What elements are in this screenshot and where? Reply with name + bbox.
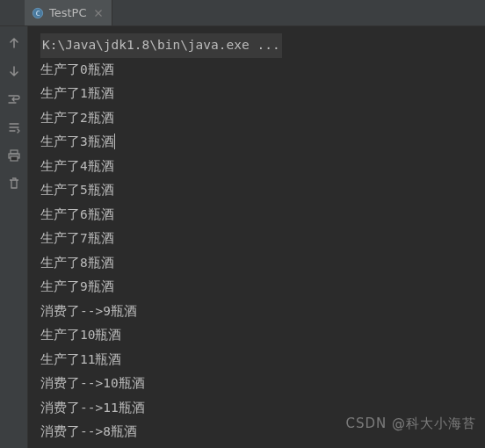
console-line: 生产了1瓶酒	[40, 82, 485, 106]
console-line: 生产了11瓶酒	[40, 348, 485, 372]
console-line: 生产了8瓶酒	[40, 251, 485, 276]
main-area: K:\Java\jdk1.8\bin\java.exe ... 生产了0瓶酒生产…	[0, 26, 485, 448]
class-icon: C	[32, 7, 44, 19]
close-icon[interactable]	[92, 7, 105, 19]
arrow-down-icon[interactable]	[6, 63, 22, 79]
console-line: 消费了-->11瓶酒	[40, 396, 485, 421]
console-line: 生产了0瓶酒	[40, 58, 485, 83]
console-line: 生产了3瓶酒	[40, 130, 485, 155]
arrow-up-icon[interactable]	[6, 35, 22, 51]
tab-testpc[interactable]: C TestPC	[25, 0, 112, 25]
console-line: 生产了2瓶酒	[40, 106, 485, 131]
scroll-to-end-icon[interactable]	[6, 119, 22, 135]
console-line: 生产了9瓶酒	[40, 275, 485, 300]
console-line: 生产了7瓶酒	[40, 227, 485, 251]
trash-icon[interactable]	[6, 176, 22, 191]
console-line: 生产了4瓶酒	[40, 155, 485, 179]
console-output[interactable]: K:\Java\jdk1.8\bin\java.exe ... 生产了0瓶酒生产…	[28, 26, 485, 448]
svg-text:C: C	[36, 9, 40, 17]
console-line: 生产了5瓶酒	[40, 178, 485, 203]
tab-title: TestPC	[49, 6, 87, 19]
console-line: 消费了-->9瓶酒	[40, 300, 485, 324]
svg-rect-2	[11, 150, 18, 154]
console-line: 生产了10瓶酒	[40, 323, 485, 348]
soft-wrap-icon[interactable]	[6, 91, 22, 107]
console-gutter	[0, 26, 28, 448]
command-line: K:\Java\jdk1.8\bin\java.exe ...	[40, 33, 485, 58]
tab-bar: C TestPC	[0, 0, 485, 26]
print-icon[interactable]	[6, 148, 22, 163]
console-line: 消费了-->10瓶酒	[40, 372, 485, 396]
console-line: 生产了6瓶酒	[40, 203, 485, 228]
console-line: 消费了-->8瓶酒	[40, 420, 485, 444]
svg-rect-4	[11, 156, 18, 161]
